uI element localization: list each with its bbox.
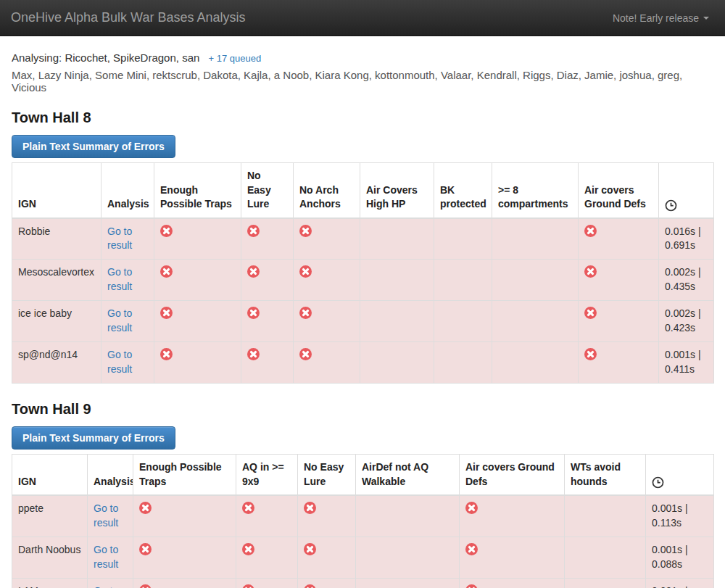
- ign-cell: ppete: [12, 495, 88, 537]
- error-cell: [460, 495, 565, 537]
- time-cell: 0.002s | 0.435s: [659, 260, 714, 301]
- column-header: WTs avoid hounds: [565, 455, 646, 496]
- empty-cell: [356, 537, 460, 578]
- error-cell: [294, 301, 360, 342]
- error-cell: [236, 495, 298, 537]
- error-icon: [304, 543, 316, 555]
- navbar-dropdown[interactable]: Note! Early release: [613, 12, 709, 24]
- column-header: Air covers Ground Defs: [579, 163, 659, 218]
- error-cell: [241, 260, 294, 301]
- empty-cell: [360, 342, 434, 384]
- error-cell: [241, 342, 294, 384]
- empty-cell: [434, 301, 492, 342]
- error-cell: [133, 495, 236, 537]
- empty-cell: [434, 260, 492, 301]
- go-to-result-link[interactable]: Go to result: [107, 307, 132, 334]
- error-icon: [584, 265, 597, 278]
- column-header: No Easy Lure: [241, 163, 294, 218]
- error-cell: [154, 301, 241, 342]
- table-row: ice ice babyGo to result0.002s | 0.423s: [12, 301, 714, 342]
- analysis-table: IGNAnalysisEnough Possible TrapsNo Easy …: [12, 162, 714, 384]
- column-header: AirDef not AQ Walkable: [356, 455, 460, 496]
- plain-text-summary-button[interactable]: Plain Text Summary of Errors: [12, 135, 175, 158]
- empty-cell: [356, 578, 460, 588]
- empty-cell: [492, 342, 579, 384]
- navbar-brand[interactable]: OneHive Alpha Bulk War Bases Analysis: [11, 10, 245, 25]
- table-row: ppeteGo to result0.001s | 0.113s: [12, 495, 714, 537]
- navbar-dropdown-label: Note! Early release: [613, 12, 699, 24]
- column-header: Analysis: [102, 163, 154, 218]
- error-cell: [298, 578, 356, 588]
- column-header: Enough Possible Traps: [133, 455, 236, 496]
- queued-link[interactable]: + 17 queued: [209, 53, 262, 64]
- go-to-result-link[interactable]: Go to result: [107, 266, 132, 292]
- time-column-header: [646, 455, 714, 496]
- error-icon: [160, 225, 173, 237]
- empty-cell: [434, 342, 492, 384]
- ign-cell: I AM SPARTA!!1!: [12, 578, 88, 588]
- error-icon: [465, 584, 478, 588]
- table-row: RobbieGo to result0.016s | 0.691s: [12, 218, 714, 260]
- error-icon: [247, 225, 260, 237]
- empty-cell: [360, 301, 434, 342]
- error-icon: [465, 502, 478, 514]
- analysis-cell: Go to result: [88, 578, 133, 588]
- table-row: I AM SPARTA!!1!Go to result0.001s | 0.08…: [12, 578, 714, 588]
- empty-cell: [492, 301, 579, 342]
- ign-cell: Darth Noobus: [12, 537, 88, 578]
- error-icon: [160, 348, 173, 360]
- error-cell: [294, 342, 360, 384]
- empty-cell: [565, 537, 646, 578]
- column-header: Enough Possible Traps: [154, 163, 241, 218]
- section-title: Town Hall 8: [12, 109, 713, 126]
- error-cell: [236, 578, 298, 588]
- error-icon: [139, 543, 152, 555]
- error-cell: [294, 218, 360, 260]
- analysis-cell: Go to result: [102, 342, 154, 384]
- empty-cell: [565, 578, 646, 588]
- empty-cell: [492, 218, 579, 260]
- go-to-result-link[interactable]: Go to result: [94, 502, 118, 529]
- error-cell: [236, 537, 298, 578]
- ign-cell: Robbie: [12, 218, 102, 260]
- go-to-result-link[interactable]: Go to result: [94, 585, 118, 588]
- column-header: BK protected: [434, 163, 492, 218]
- error-cell: [154, 342, 241, 384]
- error-cell: [154, 218, 241, 260]
- error-icon: [139, 502, 152, 514]
- empty-cell: [565, 495, 646, 537]
- clock-icon: [665, 199, 677, 212]
- go-to-result-link[interactable]: Go to result: [107, 225, 132, 252]
- error-cell: [294, 260, 360, 301]
- plain-text-summary-button[interactable]: Plain Text Summary of Errors: [12, 426, 175, 450]
- error-cell: [579, 342, 659, 384]
- sections-container: Town Hall 8Plain Text Summary of ErrorsI…: [12, 109, 713, 588]
- header-row: IGNAnalysisEnough Possible TrapsAQ in >=…: [12, 455, 714, 496]
- empty-cell: [360, 260, 434, 301]
- error-cell: [460, 578, 565, 588]
- empty-cell: [434, 218, 492, 260]
- error-cell: [298, 495, 356, 537]
- go-to-result-link[interactable]: Go to result: [94, 544, 118, 570]
- error-icon: [242, 543, 254, 555]
- ign-cell: Mesoscalevortex: [12, 260, 102, 301]
- ign-cell: sp@nd@n14: [12, 342, 102, 384]
- analysing-label: Analysing:: [12, 51, 62, 64]
- analysis-cell: Go to result: [102, 301, 154, 342]
- column-header: Air covers Ground Defs: [460, 455, 565, 496]
- time-cell: 0.001s | 0.088s: [646, 537, 714, 578]
- error-icon: [299, 225, 312, 237]
- time-cell: 0.001s | 0.086s: [646, 578, 714, 588]
- go-to-result-link[interactable]: Go to result: [107, 349, 132, 375]
- analysing-names: Ricochet, SpikeDragon, san: [65, 51, 199, 64]
- navbar: OneHive Alpha Bulk War Bases Analysis No…: [0, 0, 725, 36]
- error-icon: [299, 307, 312, 319]
- error-cell: [133, 578, 236, 588]
- analysis-cell: Go to result: [102, 218, 154, 260]
- ign-cell: ice ice baby: [12, 301, 102, 342]
- column-header: IGN: [12, 455, 88, 496]
- error-cell: [298, 537, 356, 578]
- error-icon: [247, 348, 260, 360]
- empty-cell: [492, 260, 579, 301]
- table-row: sp@nd@n14Go to result0.001s | 0.411s: [12, 342, 714, 384]
